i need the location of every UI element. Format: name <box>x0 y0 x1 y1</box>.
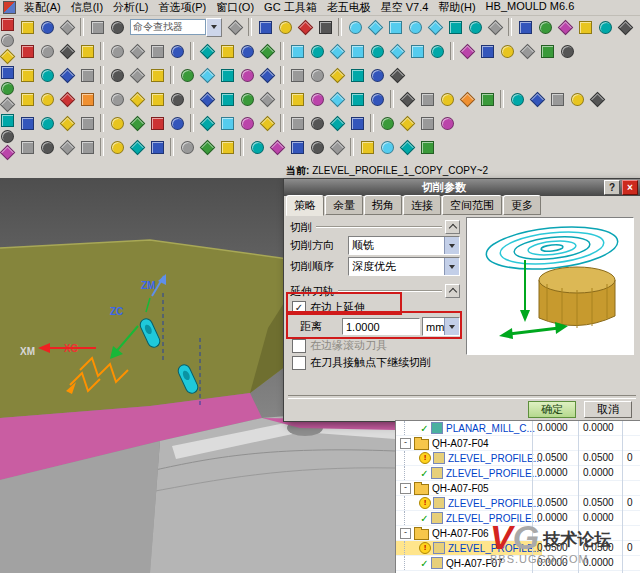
toolbar-icon[interactable] <box>217 113 237 133</box>
toolbar-icon[interactable] <box>77 137 97 157</box>
toolbar-icon[interactable] <box>147 65 167 85</box>
toolbar-icon[interactable] <box>17 65 37 85</box>
workpiece-gray-surface[interactable] <box>150 415 395 573</box>
toolbar-icon[interactable] <box>37 89 57 109</box>
distance-input[interactable] <box>342 318 420 335</box>
menu-item[interactable]: 星空 V7.4 <box>376 0 434 15</box>
toolbar-icon[interactable] <box>397 89 417 109</box>
toolbar-icon[interactable] <box>0 32 15 48</box>
expand-collapse-icon[interactable]: - <box>400 528 411 539</box>
toolbar-icon[interactable] <box>197 113 217 133</box>
toolbar-icon[interactable] <box>327 137 347 157</box>
toolbar-icon[interactable] <box>17 137 37 157</box>
toolbar-icon[interactable] <box>167 89 187 109</box>
toolbar-icon[interactable] <box>357 137 377 157</box>
collapse-button[interactable] <box>445 220 460 234</box>
toolbar-icon[interactable] <box>0 128 15 144</box>
toolbar-icon[interactable] <box>567 89 587 109</box>
toolbar-icon[interactable] <box>367 41 387 61</box>
menu-item[interactable]: 分析(L) <box>108 0 153 15</box>
cancel-button[interactable]: 取消 <box>584 401 632 418</box>
toolbar-icon[interactable] <box>615 17 635 37</box>
toolbar-icon[interactable] <box>0 112 15 128</box>
cut-order-select[interactable]: 深度优先 <box>348 257 460 276</box>
toolbar-icon[interactable] <box>307 89 327 109</box>
expand-collapse-icon[interactable]: - <box>400 438 411 449</box>
toolbar-icon[interactable] <box>107 17 127 37</box>
menu-item[interactable]: 装配(A) <box>19 0 66 15</box>
toolbar-icon[interactable] <box>347 65 367 85</box>
toolbar-icon[interactable] <box>517 41 537 61</box>
toolbar-icon[interactable] <box>87 17 107 37</box>
toolbar-icon[interactable] <box>365 17 385 37</box>
toolbar-icon[interactable] <box>347 89 367 109</box>
toolbar-icon[interactable] <box>287 113 307 133</box>
toolbar-icon[interactable] <box>437 89 457 109</box>
toolbar-icon[interactable] <box>127 113 147 133</box>
toolbar-icon[interactable] <box>225 17 245 37</box>
chevron-down-icon[interactable] <box>444 258 459 275</box>
toolbar-icon[interactable] <box>587 89 607 109</box>
toolbar-icon[interactable] <box>17 17 37 37</box>
menu-item[interactable]: HB_MOULD M6.6 <box>481 0 580 15</box>
toolbar-icon[interactable] <box>295 17 315 37</box>
cut-direction-select[interactable]: 顺铣 <box>348 236 460 255</box>
toolbar-icon[interactable] <box>197 65 217 85</box>
toolbar-icon[interactable] <box>147 89 167 109</box>
toolbar-icon[interactable] <box>37 65 57 85</box>
toolbar-icon[interactable] <box>197 137 217 157</box>
toolbar-icon[interactable] <box>107 137 127 157</box>
help-icon[interactable]: ? <box>604 180 620 195</box>
toolbar-icon[interactable] <box>247 137 267 157</box>
menu-item[interactable]: 首选项(P) <box>154 0 212 15</box>
toolbar-icon[interactable] <box>147 137 167 157</box>
toolbar-icon[interactable] <box>547 89 567 109</box>
toolbar-icon[interactable] <box>287 89 307 109</box>
toolbar-icon[interactable] <box>535 17 555 37</box>
toolbar-icon[interactable] <box>347 41 367 61</box>
toolbar-icon[interactable] <box>77 41 97 61</box>
toolbar-icon[interactable] <box>485 17 505 37</box>
toolbar-icon[interactable] <box>217 89 237 109</box>
toolbar-icon[interactable] <box>457 41 477 61</box>
toolbar-icon[interactable] <box>397 113 417 133</box>
tree-row[interactable]: -QH-A07-F06 <box>396 526 640 541</box>
toolbar-icon[interactable] <box>307 113 327 133</box>
dialog-titlebar[interactable]: 切削参数 ? × <box>284 179 640 196</box>
toolbar-icon[interactable] <box>327 113 347 133</box>
toolbar-icon[interactable] <box>0 64 15 80</box>
toolbar-icon[interactable] <box>307 41 327 61</box>
toolbar-icon[interactable] <box>37 113 57 133</box>
toolbar-icon[interactable] <box>417 89 437 109</box>
roll-tool-checkbox[interactable] <box>292 339 306 353</box>
toolbar-icon[interactable] <box>427 41 447 61</box>
toolbar-icon[interactable] <box>407 41 427 61</box>
toolbar-icon[interactable] <box>477 89 497 109</box>
toolbar-icon[interactable] <box>37 137 57 157</box>
menu-item[interactable]: 帮助(H) <box>433 0 480 15</box>
toolbar-icon[interactable] <box>595 17 615 37</box>
toolbar-icon[interactable] <box>347 113 367 133</box>
toolbar-icon[interactable] <box>465 17 485 37</box>
toolbar-icon[interactable] <box>57 113 77 133</box>
toolbar-icon[interactable] <box>147 113 167 133</box>
chevron-down-icon[interactable] <box>444 237 459 254</box>
toolbar-icon[interactable] <box>147 41 167 61</box>
toolbar-icon[interactable] <box>257 41 277 61</box>
tree-row[interactable]: -QH-A07-F05 <box>396 481 640 496</box>
toolbar-icon[interactable] <box>515 17 535 37</box>
toolbar-icon[interactable] <box>255 17 275 37</box>
group-cutting-header[interactable]: 切削 <box>290 219 460 235</box>
toolbar-icon[interactable] <box>417 137 437 157</box>
toolbar-icon[interactable] <box>237 65 257 85</box>
collapse-button[interactable] <box>445 284 460 298</box>
toolbar-icon[interactable] <box>377 137 397 157</box>
toolbar-icon[interactable] <box>17 113 37 133</box>
dialog-tab[interactable]: 拐角 <box>364 195 402 215</box>
toolbar-icon[interactable] <box>555 17 575 37</box>
toolbar-icon[interactable] <box>437 113 457 133</box>
toolbar-icon[interactable] <box>167 113 187 133</box>
toolbar-icon[interactable] <box>177 65 197 85</box>
tree-row[interactable]: !ZLEVEL_PROFILE...0.05000.05000 <box>396 451 640 466</box>
dialog-tab[interactable]: 空间范围 <box>442 195 502 215</box>
